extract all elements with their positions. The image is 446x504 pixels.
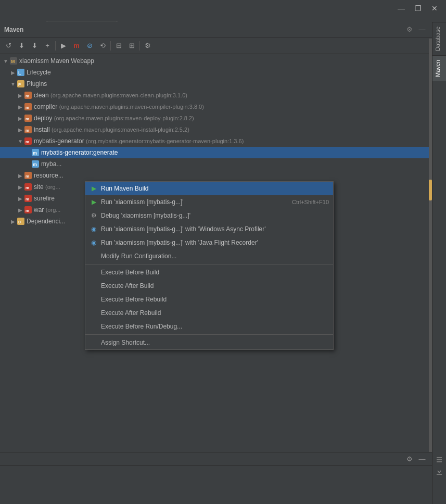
svg-text:m: m [26,140,29,144]
resources-icon: m [24,171,32,180]
mybatis-icon: m [24,137,32,145]
ctx-debug-label: Debug 'xiaomissm [mybatis-g...]' [101,212,329,219]
title-bar: — ❐ ✕ [0,0,446,17]
tree-plugin-compiler[interactable]: ▶ m compiler (org.apache.maven.plugins:m… [0,101,432,112]
maven-collapse-button[interactable]: ⊟ [112,40,125,52]
resources-arrow: ▶ [17,173,24,179]
maven-reset-button[interactable]: ⟲ [96,40,109,52]
svg-text:D: D [18,220,21,224]
surefire-label: surefire [34,195,55,202]
war-icon: m [24,206,32,214]
ctx-run-maven-build[interactable]: ▶ Run Maven Build [85,182,333,195]
clean-arrow: ▶ [17,93,24,98]
site-icon: m [24,183,32,191]
profiler-icon: ◉ [90,225,98,233]
panel-settings-button[interactable]: ⚙ [404,24,415,35]
scroll-thumb[interactable] [429,180,432,200]
ctx-debug[interactable]: ⚙ Debug 'xiaomissm [mybatis-g...]' [85,209,333,222]
clean-icon: m [24,91,32,99]
close-button[interactable]: ✕ [427,1,442,16]
svg-text:m: m [33,162,37,167]
mybatis-arrow: ▼ [17,138,24,144]
debug-icon: ⚙ [90,212,98,219]
generate-icon: m [31,148,40,157]
tree-lifecycle[interactable]: ▶ L Lifecycle [0,67,432,78]
jfr-icon: ◉ [90,239,98,246]
bottom-settings-button[interactable]: ⚙ [404,453,415,465]
ctx-run-jfr[interactable]: ◉ Run 'xiaomissm [mybatis-g...]' with 'J… [85,236,333,249]
maven-reimport-button[interactable]: ⬇ [15,40,28,52]
svg-text:m: m [33,150,37,156]
ctx-exec-before-run-label: Execute Before Run/Debug... [101,323,329,330]
maven-refresh-button[interactable]: ↺ [2,40,15,52]
maven-tab[interactable]: Maven [432,55,446,81]
tree-plugin-install[interactable]: ▶ m install (org.apache.maven.plugins:ma… [0,124,432,135]
ctx-run-maven-label: Run Maven Build [101,185,329,192]
bottom-minimize-button[interactable]: — [416,453,428,465]
ctx-exec-before-build[interactable]: Execute Before Build [85,266,333,279]
ctx-exec-after-rebuild-label: Execute After Rebuild [101,309,329,317]
maven-settings-button[interactable]: ⚙ [142,40,154,52]
maximize-button[interactable]: ❐ [411,1,425,16]
lifecycle-label: Lifecycle [27,69,51,76]
ctx-run-windows-profiler[interactable]: ◉ Run 'xiaomissm [mybatis-g...]' with 'W… [85,222,333,236]
ctx-divider-1 [85,264,333,264]
svg-text:M: M [11,59,15,64]
maven-toolbar: ↺ ⬇ ⬇ + ▶ m ⊘ ⟲ ⊟ ⊞ ⚙ [0,37,432,54]
ctx-run-xiaomissm[interactable]: ▶ Run 'xiaomissm [mybatis-g...]' Ctrl+Sh… [85,195,333,209]
compiler-icon: m [24,103,32,111]
ctx-modify-run-config[interactable]: Modify Run Configuration... [85,249,333,263]
tree-plugins[interactable]: ▼ P Plugins [0,78,432,90]
minimize-button[interactable]: — [394,1,409,16]
generate-label: mybatis-generator:generate [41,149,118,156]
ctx-assign-shortcut[interactable]: Assign Shortcut... [85,336,333,349]
ctx-exec-before-rebuild-label: Execute Before Rebuild [101,296,329,303]
ctx-exec-before-run[interactable]: Execute Before Run/Debug... [85,320,333,333]
ctx-exec-after-build[interactable]: Execute After Build [85,279,333,293]
tree-mybatis-second[interactable]: m myba... [0,158,432,170]
maven-m-button[interactable]: m [70,40,83,52]
run-maven-icon: ▶ [90,185,98,192]
maven-panel-title: Maven [4,26,23,33]
tree-plugin-deploy[interactable]: ▶ m deploy (org.apache.maven.plugins:mav… [0,112,432,124]
maven-expand-button[interactable]: ⊞ [125,40,138,52]
root-arrow: ▼ [2,58,9,64]
ctx-run-shortcut: Ctrl+Shift+F10 [292,199,329,205]
ctx-exec-after-rebuild[interactable]: Execute After Rebuild [85,306,333,320]
panel-minimize-button[interactable]: — [416,24,428,35]
svg-text:m: m [26,197,29,201]
plugins-label: Plugins [27,80,47,87]
svg-text:m: m [26,105,29,110]
maven-toolbar-sep3 [139,41,140,51]
plugins-icon: P [17,80,25,88]
tree-root[interactable]: ▼ M xiaomissm Maven Webapp [0,55,432,67]
ctx-modify-label: Modify Run Configuration... [101,253,329,260]
svg-text:m: m [26,128,29,133]
root-label: xiaomissm Maven Webapp [19,57,94,65]
maven-add-button[interactable]: + [41,40,54,52]
svg-text:m: m [26,174,29,179]
svg-text:m: m [26,94,29,98]
bottom-panel: ⚙ — [0,452,432,504]
bottom-right-panel [432,452,446,504]
install-label: install (org.apache.maven.plugins:maven-… [34,126,189,133]
tree-plugin-mybatis-generator[interactable]: ▼ m mybatis-generator (org.mybatis.gener… [0,135,432,147]
mybatis2-label: myba... [41,160,61,168]
tree-mybatis-generate[interactable]: m mybatis-generator:generate [0,147,432,158]
maven-run-button[interactable]: ▶ [57,40,70,52]
database-tab[interactable]: Database [432,22,446,55]
ctx-run-xiaomissm-label: Run 'xiaomissm [mybatis-g...]' [101,198,289,206]
mybatis2-icon: m [31,160,40,168]
tree-plugin-clean[interactable]: ▶ m clean (org.apache.maven.plugins:mave… [0,90,432,101]
deps-arrow: ▶ [9,219,17,224]
install-icon: m [24,125,32,134]
svg-text:m: m [26,117,29,121]
ctx-exec-before-rebuild[interactable]: Execute Before Rebuild [85,293,333,306]
tree-plugin-resources[interactable]: ▶ m resource... [0,170,432,181]
maven-skip-test-button[interactable]: ⊘ [83,40,96,52]
plugins-arrow: ▼ [9,81,17,87]
scroll-to-end-button[interactable] [434,467,445,478]
scroll-down-button[interactable] [434,454,445,465]
maven-download-button[interactable]: ⬇ [28,40,41,52]
surefire-arrow: ▶ [17,196,24,201]
